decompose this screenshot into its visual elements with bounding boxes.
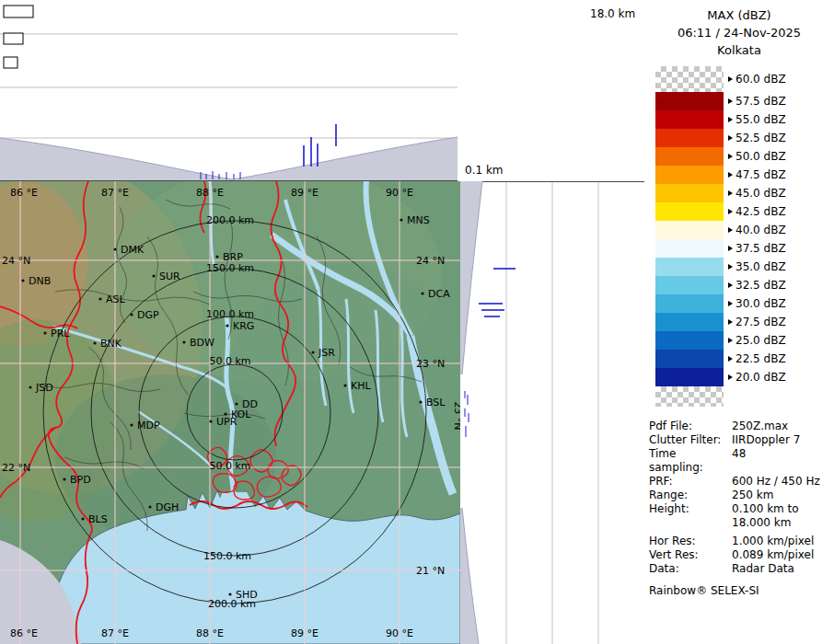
city-label: UPR bbox=[216, 416, 237, 428]
legend-row: 30.0 dBZ bbox=[655, 294, 786, 313]
meta-label: Data: bbox=[649, 562, 732, 576]
city-label: SUR bbox=[159, 270, 180, 282]
legend-row: 20.0 dBZ bbox=[655, 368, 786, 386]
legend-tick-icon bbox=[728, 154, 733, 159]
meta-label: PRF: bbox=[649, 475, 732, 489]
meta-value: IIRDoppler 7 bbox=[732, 433, 800, 447]
legend-swatch bbox=[655, 66, 724, 92]
legend-tick-icon bbox=[728, 190, 733, 196]
legend-row bbox=[655, 386, 786, 407]
meta-row: Time sampling:48 bbox=[649, 447, 831, 475]
meta-row: Pdf File:250Z.max bbox=[649, 420, 831, 433]
city-label: JSR bbox=[318, 347, 335, 359]
legend-row: 37.5 dBZ bbox=[655, 239, 786, 258]
radar-map-plot: 86 °E 87 °E 88 °E 89 °E 90 °E 86 °E 87 °… bbox=[0, 181, 460, 644]
legend-label: 22.5 dBZ bbox=[736, 352, 786, 365]
legend-row: 27.5 dBZ bbox=[655, 313, 786, 331]
legend-swatch bbox=[655, 331, 724, 350]
legend-label: 55.0 dBZ bbox=[736, 113, 786, 126]
product-datetime: 06:11 / 24-Nov-2025 bbox=[644, 24, 834, 41]
meta-value: 600 Hz / 450 Hz bbox=[732, 475, 820, 489]
legend-row: 22.5 dBZ bbox=[655, 350, 786, 368]
city-label: DGP bbox=[137, 309, 159, 321]
meta-row: Vert Res:0.089 km/pixel bbox=[649, 548, 831, 562]
legend-label: 30.0 dBZ bbox=[736, 297, 786, 310]
meta-label: Hor Res: bbox=[649, 535, 732, 548]
meta-label: Pdf File: bbox=[649, 420, 732, 433]
meta-row: Data:Radar Data bbox=[649, 562, 831, 576]
legend-tick-icon bbox=[728, 76, 733, 82]
height-tick-boxes bbox=[4, 6, 33, 68]
legend-tick-icon bbox=[728, 246, 733, 251]
legend-label: 40.0 dBZ bbox=[736, 224, 786, 236]
lon-label: 89 °E bbox=[291, 187, 319, 199]
lat-label: 22 °N bbox=[2, 462, 30, 474]
legend-label: 37.5 dBZ bbox=[736, 242, 786, 255]
meta-value: 0.100 km to 18.000 km bbox=[732, 502, 799, 530]
legend-tick-icon bbox=[728, 227, 733, 233]
legend-swatch bbox=[655, 202, 724, 221]
meta-value: 0.089 km/pixel bbox=[732, 548, 814, 562]
city-label: PRL bbox=[51, 328, 70, 339]
legend-panel: MAX (dBZ) 06:11 / 24-Nov-2025 Kolkata 60… bbox=[644, 0, 834, 644]
lon-label: 88 °E bbox=[196, 187, 224, 199]
city-label: BDW bbox=[190, 337, 214, 349]
city-label: MDP bbox=[137, 420, 160, 431]
legend-row: 35.0 dBZ bbox=[655, 258, 786, 276]
legend-tick-icon bbox=[728, 209, 733, 214]
lon-label: 86 °E bbox=[10, 627, 38, 639]
meta-value: 1.000 km/pixel bbox=[732, 535, 814, 548]
legend-swatch bbox=[655, 350, 724, 368]
lon-label: 87 °E bbox=[101, 187, 129, 199]
legend-label: 25.0 dBZ bbox=[736, 334, 786, 347]
meta-value: 48 bbox=[732, 447, 746, 475]
meta-label: Height: bbox=[649, 502, 732, 530]
city-label: BSL bbox=[426, 397, 446, 408]
legend-label: 57.5 dBZ bbox=[736, 95, 786, 108]
city-label: BLS bbox=[88, 513, 108, 525]
legend-tick-icon bbox=[728, 338, 733, 343]
software-brand: Rainbow® SELEX-SI bbox=[649, 584, 831, 598]
legend-label: 60.0 dBZ bbox=[736, 73, 786, 86]
city-label: ASL bbox=[106, 293, 126, 305]
legend-tick-icon bbox=[728, 282, 733, 288]
meta-row: Range:250 km bbox=[649, 489, 831, 502]
height-gridlines bbox=[0, 34, 458, 138]
legend-tick-icon bbox=[728, 301, 733, 306]
top-cross-section bbox=[0, 0, 458, 181]
legend-tick-icon bbox=[728, 98, 733, 104]
legend-label: 47.5 dBZ bbox=[736, 168, 786, 181]
legend-row: 57.5 dBZ bbox=[655, 92, 786, 110]
legend-row: 32.5 dBZ bbox=[655, 276, 786, 294]
legend-label: 32.5 dBZ bbox=[736, 279, 786, 292]
city-label: KHL bbox=[351, 380, 371, 392]
lat-label: 23 °N bbox=[416, 358, 445, 370]
legend-label: 27.5 dBZ bbox=[736, 316, 786, 328]
ring-label: 50.0 km bbox=[209, 460, 250, 472]
legend-row: 42.5 dBZ bbox=[655, 202, 786, 221]
legend-label: 20.0 dBZ bbox=[736, 371, 786, 384]
legend-swatch bbox=[655, 239, 724, 258]
ring-label: 150.0 km bbox=[203, 550, 251, 562]
legend-row: 45.0 dBZ bbox=[655, 184, 786, 202]
legend-swatch bbox=[655, 294, 724, 313]
legend-row: 55.0 dBZ bbox=[655, 110, 786, 129]
legend-tick-icon bbox=[728, 319, 733, 325]
legend-row: 60.0 dBZ bbox=[655, 66, 786, 92]
color-scale: 60.0 dBZ 57.5 dBZ 55.0 dBZ 52.5 dBZ 50.0… bbox=[655, 66, 786, 407]
lat-label-rotated: 23 °N bbox=[452, 401, 460, 430]
right-cross-section-plot bbox=[460, 181, 644, 644]
lon-label: 88 °E bbox=[196, 627, 224, 639]
product-title: MAX (dBZ) bbox=[644, 6, 834, 24]
lat-label: 24 °N bbox=[2, 255, 30, 267]
meta-label: Time sampling: bbox=[649, 447, 732, 475]
beam-envelope-shade bbox=[0, 137, 458, 181]
max-height-label: 18.0 km bbox=[590, 7, 635, 20]
lat-label: 24 °N bbox=[416, 255, 445, 267]
city-label: DGH bbox=[156, 501, 179, 513]
legend-tick-icon bbox=[728, 356, 733, 362]
lat-label: 21 °N bbox=[416, 565, 445, 577]
legend-label: 35.0 dBZ bbox=[736, 260, 786, 273]
city-label: BNK bbox=[100, 338, 122, 350]
legend-tick-icon bbox=[728, 117, 733, 122]
